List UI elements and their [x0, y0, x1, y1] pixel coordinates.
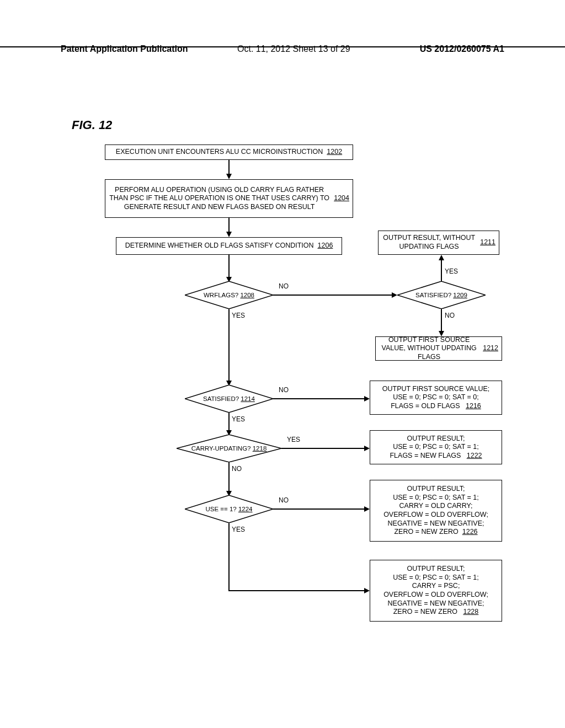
b1226-l4: OVERFLOW = OLD OVERFLOW;: [383, 511, 488, 520]
decision-1209-ref: 1209: [453, 292, 467, 298]
arrow-line: [441, 309, 442, 331]
b1226-l2: USE = 0; PSC = 0; SAT = 1;: [393, 494, 479, 502]
box-1211: OUTPUT RESULT, WITHOUT UPDATING FLAGS 12…: [378, 231, 499, 255]
b1222-l1: OUTPUT RESULT;: [407, 435, 465, 443]
label-yes: YES: [232, 312, 245, 319]
box-1202: EXECUTION UNIT ENCOUNTERS ALU CC MICROIN…: [105, 144, 353, 160]
decision-1209-text: SATISFIED?: [415, 292, 451, 298]
arrow-line: [228, 255, 230, 277]
label-yes: YES: [445, 267, 458, 275]
box-1202-ref: 1202: [327, 148, 342, 157]
arrowhead-icon: [439, 255, 444, 260]
decision-1209: SATISFIED? 1209: [397, 281, 486, 309]
b1228-l1: OUTPUT RESULT;: [407, 565, 465, 574]
arrow-line: [273, 508, 364, 510]
box-1212-text: OUTPUT FIRST SOURCE VALUE, WITHOUT UPDAT…: [379, 336, 479, 362]
b1228-l2: USE = 0; PSC = 0; SAT = 1;: [393, 574, 479, 582]
label-no: NO: [445, 312, 455, 319]
arrowhead-icon: [392, 292, 397, 298]
decision-1218: CARRY-UPDATING? 1218: [177, 435, 281, 462]
arrowhead-icon: [364, 588, 370, 593]
box-1202-text: EXECUTION UNIT ENCOUNTERS ALU CC MICROIN…: [116, 148, 323, 157]
decision-1224-text: USE == 1?: [205, 506, 236, 512]
arrow-line: [228, 309, 230, 381]
label-yes: YES: [232, 526, 245, 533]
decision-1208-ref: 1208: [240, 292, 254, 298]
arrow-line: [281, 448, 364, 449]
box-1204: PERFORM ALU OPERATION (USING OLD CARRY F…: [105, 179, 353, 218]
arrow-line: [228, 413, 230, 430]
arrowhead-icon: [226, 174, 232, 179]
box-1212: OUTPUT FIRST SOURCE VALUE, WITHOUT UPDAT…: [375, 336, 502, 361]
b1216-l2: USE = 0; PSC = 0; SAT = 0;: [393, 393, 479, 402]
arrowhead-icon: [364, 446, 370, 451]
b1226-l3: CARRY = OLD CARRY;: [399, 502, 473, 511]
arrow-line: [228, 523, 230, 590]
b1226-l5: NEGATIVE = NEW NEGATIVE;: [388, 520, 484, 528]
arrowhead-icon: [226, 232, 232, 237]
decision-1214-ref: 1214: [241, 395, 255, 402]
b1226-ref: 1226: [462, 528, 478, 536]
header-mid: Oct. 11, 2012 Sheet 13 of 29: [237, 44, 350, 54]
box-1204-ref: 1204: [334, 194, 349, 203]
b1216-ref: 1216: [466, 402, 481, 410]
label-yes: YES: [287, 436, 300, 443]
decision-1224-ref: 1224: [238, 506, 253, 512]
box-1211-ref: 1211: [480, 238, 495, 247]
b1228-l6: ZERO = NEW ZERO: [393, 608, 457, 615]
label-yes: YES: [232, 415, 245, 423]
decision-1214: SATISFIED? 1214: [185, 385, 273, 413]
b1228-l3: CARRY = PSC;: [412, 582, 460, 591]
arrow-line: [273, 398, 364, 399]
box-1226: OUTPUT RESULT; USE = 0; PSC = 0; SAT = 1…: [370, 480, 502, 542]
b1216-l1: OUTPUT FIRST SOURCE VALUE;: [382, 385, 489, 394]
box-1211-text: OUTPUT RESULT, WITHOUT UPDATING FLAGS: [382, 234, 476, 251]
decision-1218-text: CARRY-UPDATING?: [191, 445, 251, 452]
b1228-l5: NEGATIVE = NEW NEGATIVE;: [388, 599, 484, 608]
box-1228: OUTPUT RESULT; USE = 0; PSC = 0; SAT = 1…: [370, 560, 502, 622]
label-no: NO: [279, 496, 289, 504]
box-1206-ref: 1206: [318, 242, 333, 250]
label-no: NO: [232, 465, 242, 473]
arrow-line: [228, 218, 230, 232]
box-1216: OUTPUT FIRST SOURCE VALUE; USE = 0; PSC …: [370, 381, 502, 415]
box-1206-text: DETERMINE WHETHER OLD FLAGS SATISFY COND…: [125, 242, 314, 250]
b1226-l6: ZERO = NEW ZERO: [394, 528, 458, 536]
box-1206: DETERMINE WHETHER OLD FLAGS SATISFY COND…: [116, 237, 342, 255]
arrow-line: [228, 160, 230, 174]
label-no: NO: [279, 282, 289, 290]
arrowhead-icon: [364, 396, 370, 402]
header-left: Patent Application Publication: [61, 44, 188, 54]
box-1222: OUTPUT RESULT; USE = 0; PSC = 0; SAT = 1…: [370, 430, 502, 464]
box-1212-ref: 1212: [483, 344, 498, 353]
b1226-l1: OUTPUT RESULT;: [407, 485, 465, 494]
decision-1224: USE == 1? 1224: [185, 495, 273, 523]
header-right: US 2012/0260075 A1: [420, 44, 504, 54]
b1228-l4: OVERFLOW = OLD OVERFLOW;: [383, 591, 488, 599]
decision-1218-ref: 1218: [253, 445, 267, 452]
b1222-ref: 1222: [467, 452, 482, 459]
arrow-line: [441, 260, 442, 281]
decision-1208: WRFLAGS? 1208: [185, 281, 273, 309]
label-no: NO: [279, 386, 289, 394]
arrowhead-icon: [364, 506, 370, 512]
box-1204-text: PERFORM ALU OPERATION (USING OLD CARRY F…: [109, 186, 330, 212]
decision-1208-text: WRFLAGS?: [204, 292, 238, 298]
arrow-line: [228, 590, 364, 591]
b1216-l3: FLAGS = OLD FLAGS: [391, 402, 460, 410]
arrow-line: [228, 462, 230, 491]
b1222-l2: USE = 0; PSC = 0; SAT = 1;: [393, 443, 479, 452]
page-header: Patent Application Publication Oct. 11, …: [0, 44, 565, 47]
b1228-ref: 1228: [463, 608, 478, 615]
figure-label: FIG. 12: [72, 118, 112, 132]
b1222-l3: FLAGS = NEW FLAGS: [390, 452, 461, 459]
decision-1214-text: SATISFIED?: [203, 395, 239, 402]
arrow-line: [273, 295, 392, 296]
